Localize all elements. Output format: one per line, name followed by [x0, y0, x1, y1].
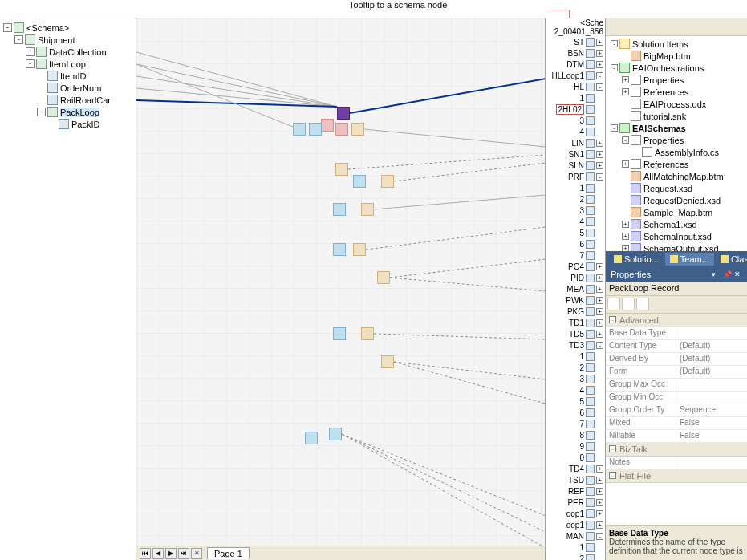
dest-schema-node[interactable]: HLLoop1- [546, 70, 605, 81]
pin-icon[interactable]: 📌 [723, 270, 731, 278]
solution-item[interactable]: +References [607, 158, 745, 170]
dest-schema-node[interactable]: TD5+ [546, 328, 605, 339]
prop-pages-button[interactable] [636, 298, 649, 310]
functoid[interactable] [381, 175, 394, 188]
functoid[interactable] [335, 123, 348, 136]
dest-schema-node[interactable]: 9 [546, 440, 605, 452]
expand-toggle[interactable]: + [622, 88, 629, 95]
dest-schema-node[interactable]: SN1+ [546, 148, 605, 160]
expand-toggle[interactable]: - [622, 136, 629, 144]
schema-node[interactable]: OrderNum [3, 82, 136, 94]
dest-schema-node[interactable]: TD1+ [546, 317, 605, 328]
expand-toggle[interactable]: - [596, 83, 603, 91]
expand-toggle[interactable]: + [26, 47, 35, 56]
dest-schema-node[interactable]: BSN+ [546, 47, 605, 59]
solution-item[interactable]: +Schema1.xsd [607, 218, 745, 230]
property-row[interactable]: Notes [606, 457, 747, 469]
dest-schema-node[interactable]: 1 [546, 351, 605, 362]
category-toggle[interactable]: - [609, 472, 616, 479]
functoid[interactable] [381, 355, 394, 368]
dest-schema-node[interactable]: 1 [546, 182, 605, 193]
solution-item[interactable]: -Solution Items [607, 38, 745, 50]
functoid[interactable] [361, 327, 374, 340]
tool-tab[interactable]: Solutio... [609, 253, 664, 266]
dest-schema-node[interactable]: 6 [546, 238, 605, 250]
dest-schema-node[interactable]: TSD+ [546, 474, 605, 485]
expand-toggle[interactable]: + [596, 274, 603, 282]
dest-schema-node[interactable]: 1 [546, 542, 605, 553]
source-schema-tree[interactable]: -<Schema>-Shipment+DataCollection-ItemLo… [0, 18, 136, 560]
dest-schema-node[interactable]: HL- [546, 81, 605, 92]
solution-item[interactable]: +SchemaInput.xsd [607, 230, 745, 242]
tool-tab[interactable]: Team... [665, 253, 714, 266]
page-new-button[interactable]: ✳ [191, 548, 202, 559]
expand-toggle[interactable]: + [596, 263, 603, 270]
expand-toggle[interactable]: + [596, 39, 603, 46]
expand-toggle[interactable]: + [596, 162, 603, 169]
functoid[interactable] [309, 123, 322, 136]
expand-toggle[interactable]: + [596, 499, 603, 506]
page-first-button[interactable]: ⏮ [140, 548, 151, 559]
expand-toggle[interactable]: + [596, 286, 603, 293]
expand-toggle[interactable]: - [596, 342, 603, 349]
solution-item[interactable]: Sample_Map.btm [607, 206, 745, 218]
dest-schema-node[interactable]: DTM+ [546, 59, 605, 70]
category-toggle[interactable]: - [609, 445, 616, 452]
property-value[interactable]: Sequence [676, 404, 747, 416]
expand-toggle[interactable]: - [14, 35, 23, 44]
functoid[interactable] [351, 123, 364, 136]
expand-toggle[interactable]: + [622, 76, 629, 83]
solution-item[interactable]: AllMatchingMap.btm [607, 170, 745, 182]
schema-node[interactable]: ItemID [3, 70, 136, 82]
expand-toggle[interactable]: + [596, 297, 603, 304]
expand-toggle[interactable]: - [611, 124, 618, 132]
dest-schema-node[interactable]: TD4+ [546, 463, 605, 474]
expand-toggle[interactable]: + [622, 245, 629, 251]
prop-category[interactable]: -Flat File [606, 469, 747, 483]
solution-item[interactable]: BigMap.btm [607, 50, 745, 62]
destination-schema-tree[interactable]: <Sche 2_00401_856 ST+BSN+DTM+HLLoop1-HL-… [546, 18, 606, 560]
functoid[interactable] [329, 428, 342, 440]
properties-subject[interactable]: PackLoop Record [606, 282, 747, 296]
expand-toggle[interactable]: - [611, 40, 618, 47]
property-row[interactable]: Group Max Occ [606, 379, 747, 392]
schema-node[interactable]: PackID [3, 118, 136, 130]
tool-tab[interactable]: Class... [716, 253, 747, 266]
page-last-button[interactable]: ⏭ [178, 548, 189, 559]
solution-item[interactable]: EAIProcess.odx [607, 98, 745, 110]
expand-toggle[interactable]: + [596, 50, 603, 57]
property-value[interactable]: (Default) [676, 340, 747, 352]
dest-schema-node[interactable]: 2 [546, 362, 605, 373]
property-row[interactable]: Group Min Occ [606, 392, 747, 404]
dest-schema-node[interactable]: oop1+ [546, 519, 605, 530]
expand-toggle[interactable]: - [26, 59, 35, 68]
page-tab[interactable]: Page 1 [207, 547, 250, 559]
dest-schema-node[interactable]: MAN- [546, 530, 605, 542]
dest-schema-node[interactable]: PKG+ [546, 306, 605, 317]
expand-toggle[interactable]: + [596, 308, 603, 315]
property-value[interactable]: False [676, 430, 747, 442]
close-icon[interactable]: ✕ [734, 270, 742, 278]
functoid[interactable] [305, 432, 318, 444]
dest-schema-node[interactable]: 5 [546, 227, 605, 238]
solution-item[interactable]: +SchemaOutput.xsd [607, 242, 745, 251]
functoid[interactable] [321, 119, 334, 132]
expand-toggle[interactable]: + [596, 331, 603, 338]
prop-alpha-button[interactable] [622, 298, 635, 310]
property-value[interactable] [676, 379, 747, 391]
properties-grid[interactable]: -AdvancedBase Data TypeContent Type(Defa… [606, 314, 747, 526]
expand-toggle[interactable]: + [596, 488, 603, 495]
dest-schema-node[interactable]: 8 [546, 429, 605, 440]
solution-item[interactable]: -Properties [607, 134, 745, 146]
category-toggle[interactable]: - [609, 316, 616, 323]
property-row[interactable]: Derived By(Default) [606, 353, 747, 366]
property-value[interactable] [676, 457, 747, 469]
dest-schema-node[interactable]: 7 [546, 418, 605, 429]
property-value[interactable] [676, 392, 747, 404]
solution-item[interactable]: RequestDenied.xsd [607, 194, 745, 206]
property-row[interactable]: NillableFalse [606, 430, 747, 443]
expand-toggle[interactable]: - [596, 533, 603, 540]
property-row[interactable]: Base Data Type [606, 327, 747, 340]
dest-schema-node[interactable]: oop1+ [546, 508, 605, 519]
dest-schema-node[interactable]: 1 [546, 92, 605, 103]
